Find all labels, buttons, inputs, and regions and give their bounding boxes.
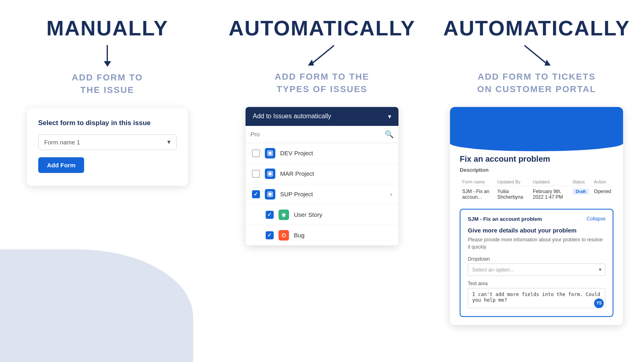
sup-expand-icon: › bbox=[390, 191, 392, 197]
list-item[interactable]: MAR Project bbox=[246, 164, 398, 184]
textarea-container: YS bbox=[468, 288, 605, 310]
bug-checkbox[interactable] bbox=[266, 231, 274, 239]
right-column: AUTOMATICALLY ADD FORM TO TICKETS ON CUS… bbox=[429, 0, 644, 362]
columns-container: MANUALLY ADD FORM TO THE ISSUE Select fo… bbox=[0, 0, 644, 362]
bug-icon bbox=[279, 230, 289, 241]
list-item[interactable]: SUP Project › bbox=[246, 184, 398, 205]
search-icon: 🔍 bbox=[385, 130, 394, 139]
portal-header bbox=[450, 107, 623, 143]
svg-point-9 bbox=[283, 234, 285, 237]
auto-issues-subtitle: ADD FORM TO THE TYPES OF ISSUES bbox=[275, 71, 369, 96]
td-form-name: SJM - Fix an accoun... bbox=[460, 186, 495, 202]
th-updated: Updated bbox=[530, 178, 570, 186]
add-form-button[interactable]: Add Form bbox=[38, 157, 85, 173]
dropdown-select[interactable]: Select an option... bbox=[468, 263, 605, 276]
collapse-button[interactable]: Collapse bbox=[587, 216, 606, 222]
dropdown-chevron-icon: ▾ bbox=[388, 113, 391, 120]
manually-arrow bbox=[104, 45, 111, 67]
dev-checkbox[interactable] bbox=[252, 149, 260, 157]
td-updated-by: Yuliia Shcherbyna bbox=[495, 186, 530, 202]
td-updated: February 9th, 2022 1:47 PM bbox=[530, 186, 570, 202]
list-item[interactable]: DEV Project bbox=[246, 143, 398, 164]
form-name-select[interactable]: Form name 1 bbox=[38, 134, 177, 150]
textarea-field-label: Text area bbox=[468, 281, 605, 286]
sup-checkbox[interactable] bbox=[252, 190, 260, 198]
card-title: Select form to display in this issue bbox=[38, 119, 177, 127]
avatar: YS bbox=[594, 298, 604, 308]
td-status: Draft bbox=[570, 186, 592, 202]
dropdown-search-bar: 🔍 bbox=[246, 126, 398, 143]
user-story-icon bbox=[279, 210, 289, 220]
portal-description-label: Description bbox=[460, 167, 613, 173]
th-action: Action bbox=[592, 178, 614, 186]
dropdown-field-label: Dropdown bbox=[468, 256, 605, 262]
th-status: Status bbox=[570, 178, 592, 186]
td-action: Opened bbox=[592, 186, 614, 202]
form-card-header: SJM - Fix an account problem Collapse bbox=[468, 216, 605, 222]
form-card-question: Give more details about your problem bbox=[468, 227, 605, 234]
page: MANUALLY ADD FORM TO THE ISSUE Select fo… bbox=[0, 0, 644, 362]
svg-rect-5 bbox=[268, 172, 272, 175]
dropdown-header-label: Add to Issues automatically bbox=[253, 113, 331, 120]
portal-preview: Fix an account problem Description Form … bbox=[450, 107, 623, 325]
mar-checkbox[interactable] bbox=[252, 170, 260, 178]
auto-portal-title: AUTOMATICALLY bbox=[443, 16, 630, 40]
svg-line-0 bbox=[312, 45, 334, 64]
portal-table: Form name Updated By Updated Status Acti… bbox=[460, 178, 613, 202]
user-story-checkbox[interactable] bbox=[266, 211, 274, 219]
list-item[interactable]: Bug bbox=[246, 225, 398, 245]
auto-portal-arrow bbox=[520, 43, 553, 68]
form-select-wrapper: Form name 1 ▼ bbox=[38, 134, 177, 150]
dev-project-label: DEV Project bbox=[280, 150, 392, 156]
add-to-issues-dropdown: Add to Issues automatically ▾ 🔍 DEV Proj… bbox=[246, 107, 398, 245]
svg-rect-7 bbox=[268, 193, 272, 196]
user-story-label: User Story bbox=[294, 211, 392, 218]
arrow-line bbox=[107, 45, 108, 61]
mar-project-icon bbox=[265, 169, 275, 179]
dropdown-field-wrapper: Select an option... ▾ bbox=[468, 263, 605, 276]
middle-column: AUTOMATICALLY ADD FORM TO THE TYPES OF I… bbox=[215, 0, 429, 362]
project-search-input[interactable] bbox=[250, 131, 385, 138]
table-row: SJM - Fix an accoun... Yuliia Shcherbyna… bbox=[460, 186, 613, 202]
auto-issues-arrow bbox=[306, 43, 338, 68]
sup-project-label: SUP Project bbox=[280, 191, 390, 197]
dropdown-header[interactable]: Add to Issues automatically ▾ bbox=[246, 107, 398, 126]
dev-project-icon bbox=[265, 148, 275, 158]
problem-textarea[interactable] bbox=[468, 288, 605, 308]
status-badge: Draft bbox=[572, 188, 589, 195]
left-column: MANUALLY ADD FORM TO THE ISSUE Select fo… bbox=[0, 0, 215, 362]
svg-rect-3 bbox=[268, 152, 272, 155]
sup-project-icon bbox=[265, 189, 275, 200]
list-item[interactable]: User Story bbox=[246, 205, 398, 225]
form-card-title: SJM - Fix an account problem bbox=[468, 216, 542, 222]
th-updated-by: Updated By bbox=[495, 178, 530, 186]
project-list: DEV Project MAR Project bbox=[246, 143, 398, 245]
auto-title: AUTOMATICALLY bbox=[229, 16, 415, 40]
arrow-head bbox=[104, 61, 111, 67]
auto-portal-subtitle: ADD FORM TO TICKETS ON CUSTOMER PORTAL bbox=[477, 71, 597, 96]
manually-title: MANUALLY bbox=[46, 16, 168, 40]
th-form-name: Form name bbox=[460, 178, 495, 186]
form-card-description: Please provide more information about yo… bbox=[468, 236, 605, 251]
portal-body: Fix an account problem Description Form … bbox=[450, 143, 623, 325]
bug-label: Bug bbox=[294, 232, 392, 239]
manually-card: Select form to display in this issue For… bbox=[27, 108, 188, 186]
svg-line-10 bbox=[524, 45, 547, 64]
mar-project-label: MAR Project bbox=[280, 170, 392, 177]
portal-issue-title: Fix an account problem bbox=[460, 154, 613, 164]
manually-subtitle: ADD FORM TO THE ISSUE bbox=[72, 72, 143, 97]
portal-form-card: SJM - Fix an account problem Collapse Gi… bbox=[460, 209, 613, 317]
